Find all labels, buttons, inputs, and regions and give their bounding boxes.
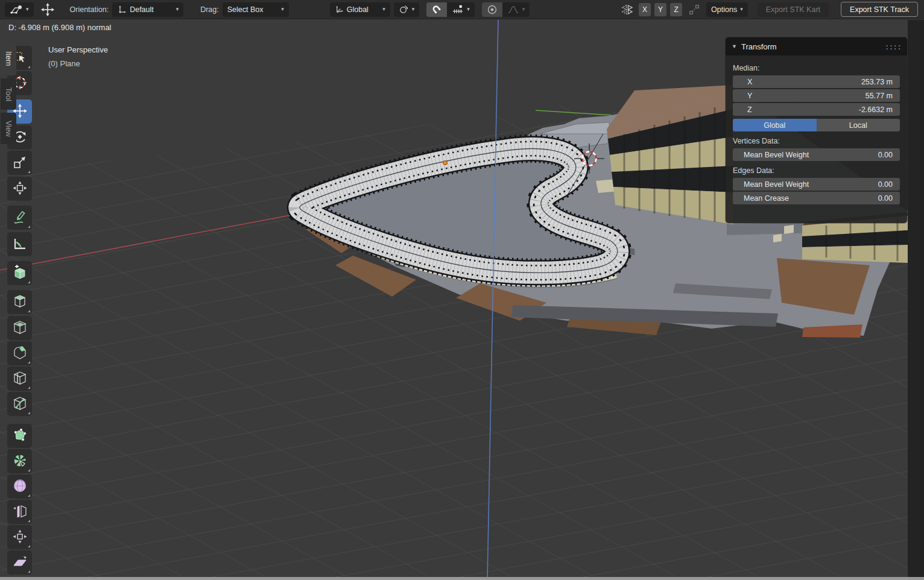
orientation-label: Orientation: [70, 5, 109, 14]
spin-icon [12, 453, 28, 470]
tool-shear-button[interactable] [7, 550, 32, 575]
knife-icon [12, 396, 28, 413]
falloff-curve-icon [507, 4, 519, 15]
local-option[interactable]: Local [817, 119, 900, 131]
status-bar [0, 577, 924, 580]
sidebar-tab-strip [908, 20, 924, 577]
tool-annotate-button[interactable] [7, 206, 32, 230]
proportional-circle-icon [487, 4, 498, 15]
mirror-z-button[interactable]: Z [670, 3, 682, 16]
snap-increment-icon [452, 4, 464, 15]
tool-bevel-button[interactable] [7, 341, 32, 365]
building-large[interactable] [607, 85, 733, 224]
axes-icon [117, 5, 127, 14]
chevron-down-icon: ▾ [522, 7, 525, 12]
drag-value: Select Box [227, 5, 264, 14]
mirror-x-button[interactable]: X [639, 3, 651, 16]
snap-base-icon[interactable] [686, 4, 703, 16]
edges-data-label: Edges Data: [733, 166, 900, 175]
median-y-field[interactable]: Y 55.77 m [733, 89, 900, 102]
tool-scale-button[interactable] [7, 151, 32, 175]
median-z-field[interactable]: Z -2.6632 m [733, 103, 900, 116]
space-toggle: Global Local [733, 119, 900, 131]
chevron-down-icon: ▾ [740, 7, 743, 12]
median-x-field[interactable]: X 253.73 m [733, 75, 900, 88]
tool-spin-button[interactable] [7, 449, 32, 473]
operator-status-line: D: -6.908 m (6.908 m) normal [8, 23, 112, 32]
extrude-region-icon [12, 294, 28, 311]
chevron-down-icon: ▾ [281, 7, 284, 12]
edge-slide-icon [12, 503, 28, 521]
tab-item[interactable]: Item [1, 42, 16, 75]
drag-label: Drag: [200, 5, 219, 14]
tool-smooth-button[interactable] [7, 474, 32, 499]
mirror-y-button[interactable]: Y [654, 3, 666, 16]
edit-mode-icon [10, 5, 23, 14]
tool-shrink-fatten-button[interactable] [7, 525, 32, 549]
add-cube-icon [12, 265, 28, 282]
panel-title: Transform [741, 42, 777, 51]
tool-poly-build-button[interactable] [7, 424, 32, 448]
field-value: 0.00 [878, 194, 900, 203]
tool-add-cube-button[interactable] [7, 261, 32, 285]
options-dropdown[interactable]: Options ▾ [706, 2, 748, 17]
drag-dropdown[interactable]: Select Box ▾ [223, 2, 289, 17]
magnet-icon [431, 4, 442, 15]
object-origin-dot[interactable] [443, 161, 448, 165]
edge-bevel-weight-field[interactable]: Mean Bevel Weight 0.00 [733, 178, 900, 191]
chevron-down-icon: ▾ [382, 7, 385, 12]
view-perspective-label: User Perspective [48, 45, 108, 54]
tool-extrude-region-button[interactable] [7, 290, 32, 314]
tool-knife-button[interactable] [7, 392, 32, 416]
chevron-down-icon: ▾ [26, 7, 29, 12]
vertices-data-label: Vertices Data: [733, 137, 900, 145]
scale-icon [12, 154, 28, 172]
proportional-falloff-dropdown[interactable]: ▾ [502, 2, 530, 17]
export-stk-kart-button: Export STK Kart [758, 2, 829, 17]
axis-value: 253.73 m [861, 78, 900, 86]
panel-drag-handle-icon[interactable]: :::: [885, 42, 901, 51]
tool-edge-slide-button[interactable] [7, 500, 32, 524]
inset-faces-icon [12, 320, 28, 337]
global-option[interactable]: Global [733, 119, 817, 131]
orientation-dropdown[interactable]: Default ▾ [112, 2, 183, 17]
editor-type-button[interactable]: ▾ [5, 2, 34, 17]
tool-settings-bar: ▾ Orientation: Default ▾ Drag: Select Bo… [0, 0, 924, 19]
field-value: 0.00 [878, 180, 900, 189]
orientation-value: Default [130, 5, 154, 14]
transform-orientation-value: Global [347, 5, 369, 14]
export-stk-track-button[interactable]: Export STK Track [841, 2, 918, 17]
global-orientation-icon [335, 5, 344, 14]
options-label: Options [711, 5, 737, 14]
annotate-icon [12, 209, 28, 227]
tab-view[interactable]: View [1, 113, 16, 144]
smooth-icon [12, 478, 28, 496]
edge-crease-field[interactable]: Mean Crease 0.00 [733, 192, 900, 204]
tool-transform-button[interactable] [7, 177, 32, 201]
shrink-fatten-icon [12, 529, 28, 546]
transform-panel: ▼ Transform :::: Median: X 253.73 m Y 55… [726, 37, 907, 223]
axis-value: 55.77 m [865, 92, 900, 100]
snap-toggle-button[interactable] [426, 2, 447, 17]
tool-measure-button[interactable] [7, 232, 32, 256]
snap-settings-dropdown[interactable]: ▾ [447, 2, 475, 17]
proportional-editing-toggle[interactable] [482, 2, 502, 17]
vertex-bevel-weight-field[interactable]: Mean Bevel Weight 0.00 [733, 148, 900, 161]
field-label: Mean Bevel Weight [733, 151, 809, 159]
median-label: Median: [733, 64, 900, 72]
transform-panel-header[interactable]: ▼ Transform :::: [726, 37, 907, 55]
collapse-arrow-icon[interactable]: ▼ [732, 43, 737, 49]
field-label: Mean Bevel Weight [733, 180, 809, 189]
tool-loop-cut-button[interactable] [7, 367, 32, 391]
pivot-point-dropdown[interactable]: ▾ [394, 2, 420, 17]
loop-cut-icon [12, 370, 28, 388]
chevron-down-icon: ▾ [412, 7, 415, 12]
mirror-icon[interactable] [619, 3, 635, 16]
transform-orientation-dropdown[interactable]: Global ▾ [330, 2, 390, 17]
tool-inset-faces-button[interactable] [7, 316, 32, 340]
axis-value: -2.6632 m [859, 106, 900, 114]
tab-tool[interactable]: Tool [1, 78, 16, 110]
active-tool-move-icon [37, 2, 58, 17]
axis-label: Z [733, 106, 752, 114]
bevel-icon [12, 345, 28, 362]
